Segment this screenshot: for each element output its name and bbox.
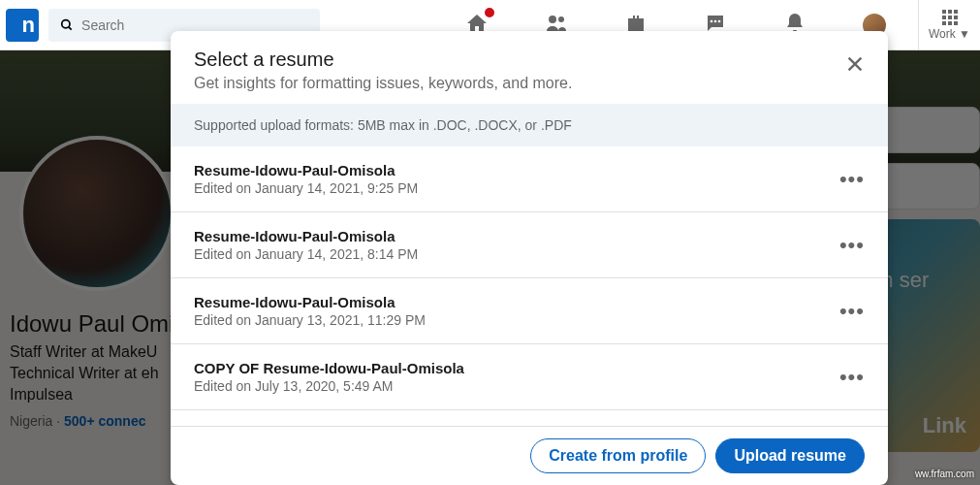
svg-line-1 [69, 26, 72, 29]
format-info: Supported upload formats: 5MB max in .DO… [171, 104, 888, 146]
resume-meta: Edited on January 14, 2021, 9:25 PM [194, 180, 865, 196]
modal-subtitle: Get insights for formatting issues, keyw… [194, 75, 865, 92]
watermark: ww.frfam.com [915, 469, 974, 479]
resume-name: COPY OF Resume-Idowu-Paul-Omisola [194, 360, 865, 376]
resume-meta: Edited on January 14, 2021, 8:14 PM [194, 246, 865, 262]
create-from-profile-button[interactable]: Create from profile [530, 438, 706, 473]
notification-badge [483, 6, 496, 19]
linkedin-logo[interactable]: n [6, 9, 39, 42]
resume-modal: Select a resume Get insights for formatt… [171, 31, 888, 485]
resume-name: Resume-Idowu-Paul-Omisola [194, 294, 865, 310]
resume-list[interactable]: Resume-Idowu-Paul-OmisolaEdited on Janua… [171, 146, 888, 426]
modal-header: Select a resume Get insights for formatt… [171, 31, 888, 104]
more-options-button[interactable]: ••• [839, 365, 865, 390]
resume-name: Resume-Idowu-Paul-Omisola [194, 162, 865, 178]
modal-footer: Create from profile Upload resume [171, 426, 888, 485]
work-menu[interactable]: Work ▼ [918, 0, 980, 50]
upload-resume-button[interactable]: Upload resume [715, 438, 865, 473]
resume-name: Resume-Idowu-Paul-Omisola [194, 228, 865, 244]
resume-meta: Edited on July 13, 2020, 5:49 AM [194, 378, 865, 394]
resume-item[interactable]: COPY OF Resume-Idowu-Paul-OmisolaEdited … [171, 344, 888, 410]
close-icon [844, 53, 866, 75]
more-options-button[interactable]: ••• [839, 299, 865, 324]
svg-point-5 [714, 20, 717, 23]
work-label: Work [929, 27, 956, 41]
close-button[interactable] [839, 48, 870, 80]
svg-point-0 [62, 19, 70, 27]
resume-meta: Edited on January 13, 2021, 11:29 PM [194, 312, 865, 328]
svg-point-4 [711, 20, 713, 23]
modal-title: Select a resume [194, 48, 865, 71]
resume-item[interactable]: Resume-Idowu-Paul-OmisolaEdited on Janua… [171, 146, 888, 212]
resume-item[interactable]: Resume-Idowu-Paul-OmisolaEdited on Janua… [171, 212, 888, 278]
search-icon [60, 17, 74, 33]
more-options-button[interactable]: ••• [839, 167, 865, 192]
svg-point-2 [549, 16, 556, 23]
svg-point-6 [718, 20, 721, 23]
svg-point-3 [558, 16, 564, 22]
apps-grid-icon [942, 10, 958, 25]
resume-item[interactable]: Resume-Idowu-Paul-OmisolaEdited on Janua… [171, 278, 888, 344]
more-options-button[interactable]: ••• [839, 233, 865, 258]
